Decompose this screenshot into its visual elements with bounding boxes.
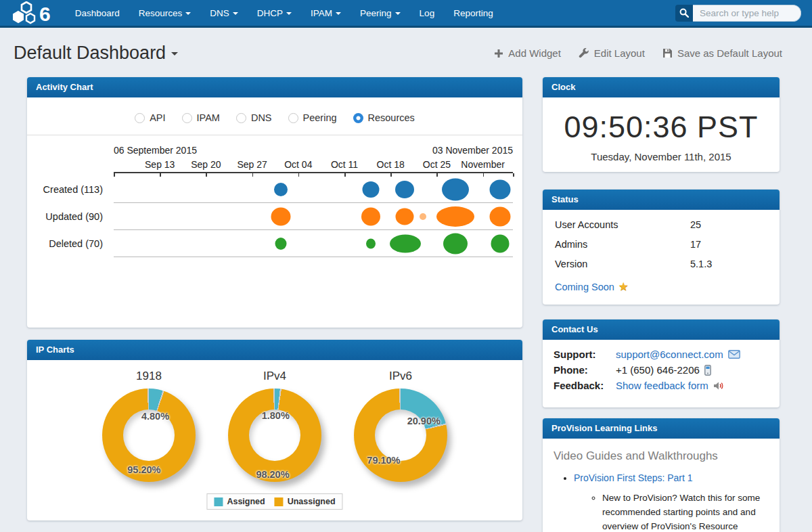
- tick-label: Sep 13: [145, 159, 175, 170]
- coming-soon-link[interactable]: Coming Soon ★: [555, 280, 629, 294]
- filter-radio-dns[interactable]: DNS: [236, 112, 272, 123]
- row-label: Deleted (70): [27, 238, 103, 249]
- legend-item-unassigned: Unassigned: [275, 497, 336, 506]
- radio-icon: [288, 113, 298, 123]
- donut-title: 1918: [136, 370, 162, 383]
- activity-bubble: [436, 206, 474, 227]
- nav-item-peering[interactable]: Peering: [353, 4, 407, 22]
- list-item: ProVision First Steps: Part 1 New to Pro…: [574, 472, 769, 532]
- search-button[interactable]: [675, 5, 693, 22]
- unassigned-pct-label: 95.20%: [127, 464, 160, 475]
- row-label: Updated (90): [27, 211, 103, 222]
- brand-number: 6: [39, 4, 51, 24]
- filter-label: API: [150, 112, 165, 123]
- chevron-down-icon: [395, 12, 401, 15]
- activity-bubble: [361, 207, 380, 225]
- nav-item-dns[interactable]: DNS: [203, 4, 245, 22]
- nav-item-ipam[interactable]: IPAM: [304, 4, 348, 22]
- page-title: Default Dashboard: [14, 43, 166, 63]
- filter-radio-api[interactable]: API: [135, 112, 165, 123]
- search-input[interactable]: [693, 5, 801, 22]
- filter-label: DNS: [251, 112, 272, 123]
- tick-label: Oct 11: [331, 159, 358, 170]
- support-email-link[interactable]: support@6connect.com: [616, 349, 723, 360]
- add-widget-label: Add Widget: [508, 47, 561, 59]
- header-actions: Add Widget Edit Layout Save as Default L…: [494, 47, 782, 59]
- learning-sublist: New to ProVision? Watch this for some re…: [602, 491, 769, 532]
- tick-label: November: [461, 159, 505, 170]
- add-widget-button[interactable]: Add Widget: [494, 47, 561, 59]
- contact-label: Phone:: [554, 364, 616, 376]
- activity-bubble: [420, 213, 426, 220]
- left-column: Activity Chart APIIPAMDNSPeeringResource…: [27, 77, 522, 520]
- bubble-row-updated: Updated (90): [114, 203, 513, 230]
- tick-label: Sep 20: [191, 159, 221, 170]
- filter-label: IPAM: [197, 112, 220, 123]
- save-icon: [662, 48, 673, 58]
- right-column: Clock 09:50:36 PST Tuesday, November 11t…: [543, 77, 780, 532]
- edit-layout-button[interactable]: Edit Layout: [579, 47, 645, 59]
- wrench-icon: [579, 48, 589, 59]
- status-row-user-accounts: User Accounts 25: [555, 219, 767, 230]
- activity-bubble: [362, 181, 379, 198]
- edit-layout-label: Edit Layout: [594, 47, 645, 59]
- search-icon: [679, 8, 689, 18]
- contact-row-feedback: Feedback: Show feedback form: [554, 380, 769, 391]
- plus-icon: [494, 49, 503, 58]
- clock-time: 09:50:36 PST: [543, 110, 780, 145]
- activity-bubble: [490, 206, 511, 226]
- clock-header: Clock: [543, 77, 780, 97]
- activity-chart: 06 September 2015 03 November 2015 Sep 1…: [27, 135, 522, 257]
- nav-item-resources[interactable]: Resources: [132, 4, 198, 22]
- chevron-down-icon: [185, 12, 191, 15]
- status-label: Admins: [555, 239, 690, 250]
- unassigned-swatch: [275, 497, 284, 506]
- filter-radio-ipam[interactable]: IPAM: [182, 112, 220, 123]
- dashboard-title-dropdown[interactable]: Default Dashboard: [14, 43, 178, 64]
- radio-icon: [353, 113, 363, 123]
- status-row-admins: Admins 17: [555, 239, 767, 250]
- status-label: User Accounts: [555, 219, 690, 230]
- radio-icon: [236, 113, 246, 123]
- nav-item-dashboard[interactable]: Dashboard: [68, 4, 127, 22]
- donut-title: IPv6: [389, 370, 412, 383]
- unassigned-pct-label: 98.20%: [256, 469, 289, 480]
- nav-item-log[interactable]: Log: [413, 4, 442, 22]
- save-default-layout-label: Save as Default Layout: [677, 47, 782, 59]
- filter-radio-peering[interactable]: Peering: [288, 112, 337, 123]
- status-header: Status: [543, 190, 780, 210]
- date-range-row: 06 September 2015 03 November 2015: [114, 145, 513, 156]
- learning-heading: Video Guides and Walkthroughs: [554, 449, 769, 463]
- filter-radio-resources[interactable]: Resources: [353, 112, 415, 123]
- tick-label: Sep 27: [237, 159, 267, 170]
- donut: 20.90%79.10%: [354, 389, 447, 482]
- learning-list: ProVision First Steps: Part 1 New to Pro…: [574, 472, 769, 532]
- first-steps-link[interactable]: ProVision First Steps: Part 1: [574, 472, 693, 483]
- clock-date: Tuesday, November 11th, 2015: [543, 151, 780, 162]
- donut-chart-ipv6: IPv620.90%79.10%: [338, 370, 464, 482]
- status-label: Version: [555, 259, 690, 269]
- feedback-form-link[interactable]: Show feedback form: [616, 380, 708, 391]
- main-content: Activity Chart APIIPAMDNSPeeringResource…: [0, 64, 812, 532]
- nav-item-reporting[interactable]: Reporting: [447, 4, 500, 22]
- contact-label: Support:: [554, 349, 616, 360]
- assigned-pct-label: 4.80%: [141, 411, 169, 422]
- range-end-label: 03 November 2015: [432, 145, 513, 156]
- status-value: 25: [690, 219, 701, 230]
- bubble-row-created: Created (113): [114, 176, 513, 203]
- assigned-swatch: [214, 497, 223, 506]
- donut: 4.80%95.20%: [102, 389, 196, 482]
- phone-icon: [704, 365, 711, 376]
- nav-item-dhcp[interactable]: DHCP: [250, 4, 298, 22]
- activity-bubble: [442, 178, 469, 200]
- contact-panel: Contact Us Support: support@6connect.com…: [543, 319, 780, 407]
- axis-tick: [513, 173, 514, 177]
- chevron-down-icon: [171, 52, 178, 56]
- save-default-layout-button[interactable]: Save as Default Layout: [662, 47, 782, 59]
- activity-chart-header: Activity Chart: [27, 77, 522, 97]
- activity-bubble: [491, 234, 510, 252]
- contact-row-phone: Phone: +1 (650) 646-2206: [554, 364, 769, 376]
- activity-bubble: [390, 234, 421, 252]
- 6connect-logo[interactable]: 6: [12, 1, 51, 24]
- chevron-down-icon: [286, 12, 292, 15]
